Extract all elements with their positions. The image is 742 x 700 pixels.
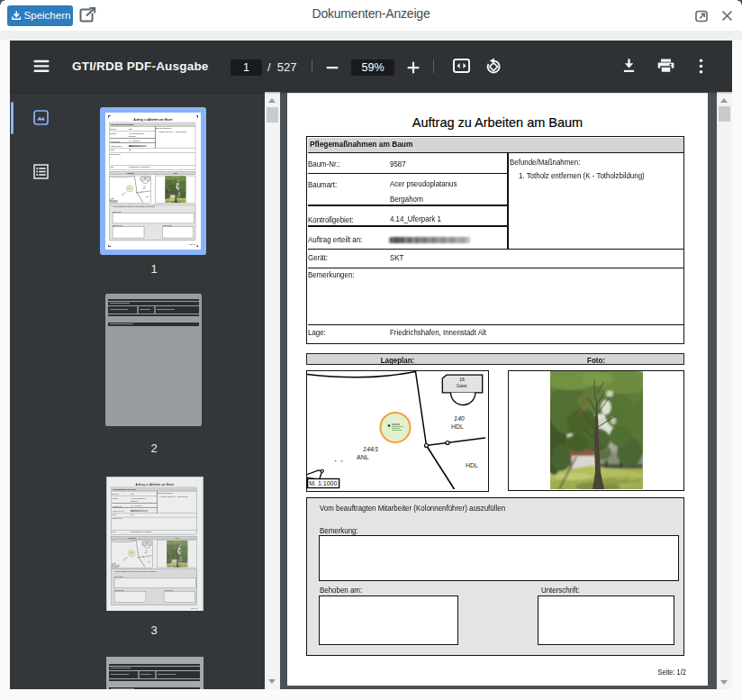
svg-text:ANL: ANL: [357, 454, 369, 460]
svg-text:144/1: 144/1: [363, 446, 379, 452]
svg-text:140: 140: [454, 415, 465, 422]
svg-text:HDL: HDL: [146, 196, 149, 197]
svg-text:M. 1:1000: M. 1:1000: [110, 201, 116, 202]
svg-text:144/1: 144/1: [122, 192, 126, 194]
svg-text:Gast: Gast: [457, 383, 467, 388]
svg-text:HDL: HDL: [451, 423, 464, 430]
svg-text:16: 16: [459, 377, 465, 382]
svg-text:HDL: HDL: [466, 462, 478, 468]
svg-text:M. 1:1000: M. 1:1000: [309, 480, 337, 486]
svg-text:140: 140: [143, 186, 146, 187]
svg-text:HDL: HDL: [142, 188, 145, 189]
svg-text:ANL: ANL: [121, 194, 123, 195]
